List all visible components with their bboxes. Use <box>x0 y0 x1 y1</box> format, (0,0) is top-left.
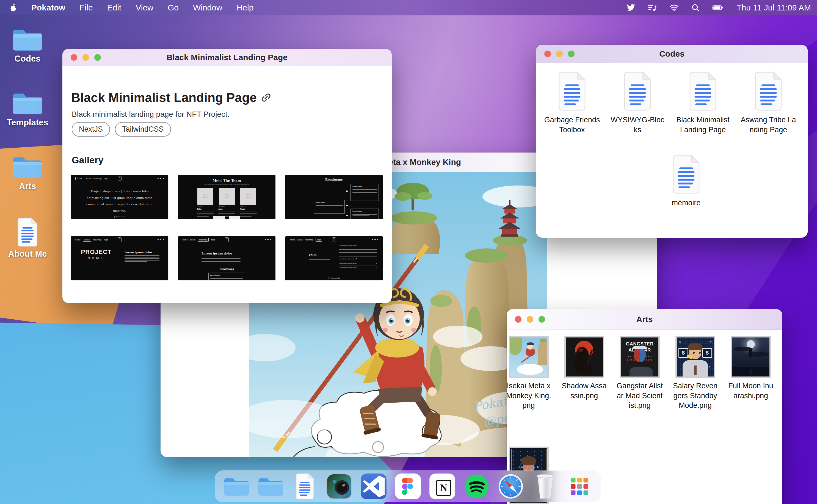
menu-clock[interactable]: Thu 11 Jul 11:09 AM <box>736 3 811 12</box>
menu-item-help[interactable]: Help <box>237 3 254 12</box>
menu-item-view[interactable]: View <box>136 3 153 12</box>
mini-navbar: homeabout roadmapfaqs <box>178 236 275 243</box>
dock-document[interactable] <box>292 473 318 500</box>
menu-item-edit[interactable]: Edit <box>107 3 122 12</box>
titlebar[interactable]: Arts <box>507 309 782 330</box>
dock-spotify[interactable] <box>463 473 490 500</box>
file-black-minimalist-landing-page[interactable]: Black Minimalist Landing Page <box>670 71 736 135</box>
document-icon <box>556 71 588 111</box>
window-codes: Codes Garbage Friends Toolbox WYSIWYG-Bl… <box>536 45 808 238</box>
gallery-thumb-faqs[interactable]: homeabout roadmapfaqs FAQS Lorem ipsum d… <box>285 236 383 280</box>
desktop-icon-about-me[interactable]: About Me <box>0 218 55 259</box>
image-thumbnail <box>564 336 604 378</box>
titlebar[interactable]: Codes <box>536 45 808 63</box>
dock-vscode[interactable] <box>360 473 387 500</box>
music-icon[interactable] <box>648 4 657 12</box>
menu-item-file[interactable]: File <box>79 3 93 12</box>
minimize-button[interactable] <box>527 316 533 323</box>
file-aswang-tribe-landing-page[interactable]: Aswang Tribe Landing Page <box>736 71 801 135</box>
art-file-gangstar-allstar[interactable]: GANGSTER ALLSTAR ギャング・オールスター EVOLUTION G… <box>618 336 662 411</box>
menu-item-go[interactable]: Go <box>168 3 179 12</box>
folder-icon <box>12 27 43 52</box>
file-memoire[interactable]: mémoire <box>653 154 719 208</box>
zoom-button[interactable] <box>94 54 101 61</box>
file-label: Salary Revengers Standby Mode.png <box>672 381 719 411</box>
dock-notion[interactable]: N <box>429 473 456 500</box>
file-wysiwyg-blocks[interactable]: WYSIWYG-Blocks <box>605 71 670 135</box>
menu-app-name[interactable]: Pokatow <box>31 3 65 12</box>
minimize-button[interactable] <box>82 54 89 61</box>
mini-logo <box>225 237 229 242</box>
desktop-icon-label: Templates <box>7 118 48 128</box>
dock-trash[interactable] <box>532 473 558 500</box>
mini-logo <box>332 237 336 242</box>
gallery-thumb-team[interactable]: Meet The Team Team introduction text Lor… <box>178 175 275 219</box>
mini-logo <box>118 237 122 242</box>
gallery-thumb-lorem-roadmaps[interactable]: homeabout roadmapfaqs Lorem ipsum dolor … <box>178 236 275 280</box>
mini-hero-slogan: [Project slogan here] dolor consectetur … <box>82 188 157 214</box>
gallery-thumb-project-name[interactable]: homeabout roadmapfaqs PROJECT NAME Lorem… <box>71 236 168 280</box>
file-label: Shadow Assassin.png <box>561 381 608 401</box>
mini-logo <box>118 176 122 181</box>
traffic-lights <box>71 54 101 61</box>
minimize-button[interactable] <box>556 51 563 57</box>
gallery-thumb-hero[interactable]: homeabout roadmapfaqs [Project slogan he… <box>71 175 168 219</box>
titlebar[interactable]: Black Minimalist Landing Page <box>62 49 392 66</box>
document-icon <box>622 71 653 111</box>
link-icon[interactable] <box>261 93 271 103</box>
search-icon[interactable] <box>691 4 700 12</box>
tag-list: NextJS TailwindCSS <box>72 122 171 137</box>
file-label: Isekai Meta x Monkey King.png <box>505 381 552 411</box>
zoom-button[interactable] <box>568 51 575 57</box>
mini-project-line1: PROJECT <box>71 248 122 256</box>
dock-downloads-folder[interactable] <box>258 473 284 500</box>
tag-tailwindcss[interactable]: TailwindCSS <box>115 122 171 137</box>
desktop-icon-templates[interactable]: Templates <box>0 91 55 128</box>
art-file-shadow-assassin[interactable]: Shadow Assassin.png <box>562 336 606 401</box>
dock-finder-folder[interactable] <box>223 473 250 500</box>
file-label: mémoire <box>658 198 714 208</box>
zoom-button[interactable] <box>539 316 545 323</box>
file-label: Aswang Tribe Landing Page <box>740 115 797 135</box>
twitter-icon[interactable] <box>626 4 635 12</box>
gallery-thumb-roadmaps[interactable]: Roadmaps Lorem Ipsum Lorem Ipsum Lorem I… <box>285 175 383 219</box>
image-thumbnail <box>509 336 549 378</box>
mini-roadmaps-heading: Roadmaps <box>178 268 275 270</box>
mini-lorem-heading: Lorem ipsum dolor <box>202 252 232 255</box>
art-file-full-moon-inuarashi[interactable]: Full Moon Inuarashi.png <box>729 336 773 401</box>
dock-launchpad[interactable] <box>566 473 593 500</box>
dock: N <box>215 470 601 502</box>
page-title: Black Minimalist Landing Page <box>71 90 257 105</box>
document-icon <box>687 71 719 111</box>
window-title: Black Minimalist Landing Page <box>167 53 288 62</box>
page-description: Black minimalist landing page for NFT Pr… <box>72 110 230 119</box>
wifi-icon[interactable] <box>669 4 679 11</box>
battery-icon[interactable] <box>712 4 724 11</box>
desktop-icon-codes[interactable]: Codes <box>0 27 55 64</box>
mini-project-line2: NAME <box>71 256 122 260</box>
close-button[interactable] <box>71 54 77 61</box>
image-thumbnail: $ $ ★ ★ ★ <box>675 336 715 378</box>
close-button[interactable] <box>544 51 551 57</box>
file-garbage-friends-toolbox[interactable]: Garbage Friends Toolbox <box>539 71 605 135</box>
image-thumbnail: GANGSTER ALLSTAR ギャング・オールスター EVOLUTION <box>620 336 660 378</box>
apple-menu-icon[interactable] <box>10 4 17 12</box>
dock-photo-preview[interactable] <box>326 473 352 500</box>
close-button[interactable] <box>515 316 521 323</box>
menu-item-window[interactable]: Window <box>193 3 222 12</box>
folder-icon <box>12 91 43 115</box>
mini-team-title: Meet The Team <box>178 179 275 183</box>
art-file-isekai-meta[interactable]: Isekai Meta x Monkey King.png <box>507 336 551 411</box>
desktop-icon-label: About Me <box>8 249 47 259</box>
file-label: WYSIWYG-Blocks <box>609 115 666 135</box>
file-label: Black Minimalist Landing Page <box>675 115 731 135</box>
art-file-salary-revengers[interactable]: $ $ ★ ★ ★ Salary Revengers Standby Mode.… <box>673 336 717 411</box>
tag-nextjs[interactable]: NextJS <box>72 122 110 137</box>
gallery-heading: Gallery <box>72 155 103 165</box>
dock-figma[interactable] <box>395 473 421 500</box>
mini-faqs-title: FAQS <box>309 253 317 256</box>
mini-project-heading: Lorem ipsum dolor <box>125 251 159 254</box>
dock-safari[interactable] <box>498 473 524 500</box>
desktop-icon-arts[interactable]: Arts <box>0 155 55 191</box>
folder-icon <box>12 155 43 179</box>
